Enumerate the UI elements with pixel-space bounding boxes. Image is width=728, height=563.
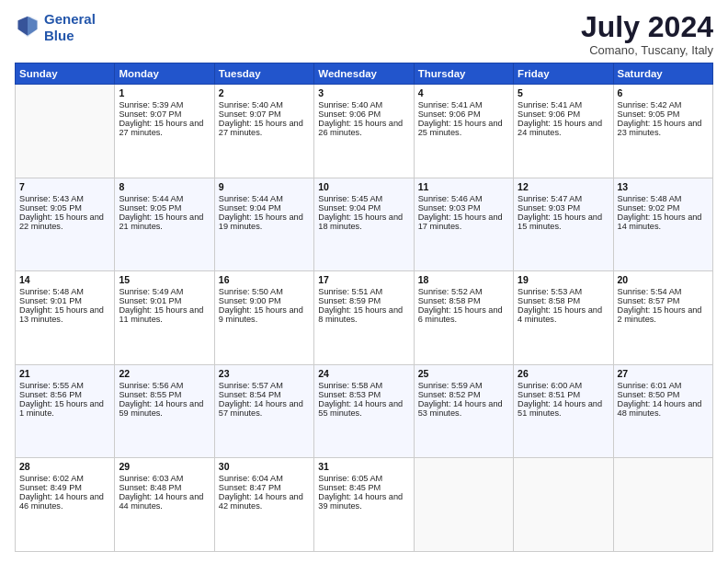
sunset-text: Sunset: 8:53 PM bbox=[318, 390, 381, 399]
sunset-text: Sunset: 9:01 PM bbox=[19, 296, 82, 305]
table-cell: 12 Sunrise: 5:47 AM Sunset: 9:03 PM Dayl… bbox=[514, 178, 613, 271]
day-number: 1 bbox=[119, 87, 210, 98]
sunset-text: Sunset: 9:05 PM bbox=[119, 203, 181, 213]
table-cell: 18 Sunrise: 5:52 AM Sunset: 8:58 PM Dayl… bbox=[414, 271, 513, 365]
table-cell: 20 Sunrise: 5:54 AM Sunset: 8:57 PM Dayl… bbox=[613, 271, 712, 365]
sunrise-text: Sunrise: 5:41 AM bbox=[518, 100, 582, 109]
sunrise-text: Sunrise: 5:57 AM bbox=[219, 381, 283, 390]
sunset-text: Sunset: 8:58 PM bbox=[418, 296, 481, 305]
day-number: 3 bbox=[318, 87, 409, 98]
page: General Blue July 2024 Comano, Tuscany, … bbox=[0, 0, 728, 563]
col-friday: Friday bbox=[514, 63, 613, 85]
main-title: July 2024 bbox=[581, 11, 713, 43]
table-cell: 6 Sunrise: 5:42 AM Sunset: 9:05 PM Dayli… bbox=[613, 85, 712, 178]
sunrise-text: Sunrise: 5:55 AM bbox=[19, 381, 84, 390]
table-cell: 28 Sunrise: 6:02 AM Sunset: 8:49 PM Dayl… bbox=[16, 458, 115, 552]
day-number: 9 bbox=[219, 181, 310, 192]
sunset-text: Sunset: 9:02 PM bbox=[618, 203, 680, 213]
daylight-text: Daylight: 15 hours and 6 minutes. bbox=[418, 305, 503, 324]
table-cell: 21 Sunrise: 5:55 AM Sunset: 8:56 PM Dayl… bbox=[16, 364, 115, 458]
calendar-week-row: 7 Sunrise: 5:43 AM Sunset: 9:05 PM Dayli… bbox=[16, 178, 713, 271]
sunset-text: Sunset: 8:55 PM bbox=[119, 390, 181, 399]
sunset-text: Sunset: 8:47 PM bbox=[219, 483, 281, 492]
day-number: 27 bbox=[618, 368, 709, 379]
table-cell: 4 Sunrise: 5:41 AM Sunset: 9:06 PM Dayli… bbox=[414, 85, 513, 178]
table-cell bbox=[514, 458, 613, 552]
table-cell: 17 Sunrise: 5:51 AM Sunset: 8:59 PM Dayl… bbox=[314, 271, 414, 365]
table-cell: 1 Sunrise: 5:39 AM Sunset: 9:07 PM Dayli… bbox=[115, 85, 214, 178]
daylight-text: Daylight: 14 hours and 51 minutes. bbox=[518, 399, 602, 418]
daylight-text: Daylight: 15 hours and 4 minutes. bbox=[518, 305, 602, 324]
calendar-week-row: 28 Sunrise: 6:02 AM Sunset: 8:49 PM Dayl… bbox=[16, 458, 713, 552]
daylight-text: Daylight: 14 hours and 44 minutes. bbox=[119, 492, 203, 511]
day-number: 26 bbox=[518, 368, 609, 379]
daylight-text: Daylight: 15 hours and 14 minutes. bbox=[618, 213, 702, 231]
calendar-week-row: 21 Sunrise: 5:55 AM Sunset: 8:56 PM Dayl… bbox=[16, 364, 713, 458]
day-number: 10 bbox=[318, 181, 409, 192]
sunset-text: Sunset: 8:56 PM bbox=[19, 390, 82, 399]
table-cell: 31 Sunrise: 6:05 AM Sunset: 8:45 PM Dayl… bbox=[314, 458, 414, 552]
daylight-text: Daylight: 14 hours and 46 minutes. bbox=[19, 492, 104, 511]
sunrise-text: Sunrise: 5:59 AM bbox=[418, 381, 483, 390]
sunset-text: Sunset: 9:04 PM bbox=[219, 203, 281, 213]
logo-icon bbox=[15, 15, 40, 40]
calendar-table: Sunday Monday Tuesday Wednesday Thursday… bbox=[15, 63, 713, 552]
daylight-text: Daylight: 14 hours and 59 minutes. bbox=[119, 399, 203, 418]
sunset-text: Sunset: 9:03 PM bbox=[518, 203, 580, 213]
sunrise-text: Sunrise: 6:01 AM bbox=[618, 381, 682, 390]
col-sunday: Sunday bbox=[16, 63, 115, 85]
table-cell: 24 Sunrise: 5:58 AM Sunset: 8:53 PM Dayl… bbox=[314, 364, 414, 458]
col-tuesday: Tuesday bbox=[214, 63, 313, 85]
sunrise-text: Sunrise: 5:48 AM bbox=[618, 194, 682, 203]
table-cell: 9 Sunrise: 5:44 AM Sunset: 9:04 PM Dayli… bbox=[214, 178, 313, 271]
sunrise-text: Sunrise: 6:00 AM bbox=[518, 381, 582, 390]
sunrise-text: Sunrise: 5:41 AM bbox=[418, 100, 483, 109]
daylight-text: Daylight: 14 hours and 48 minutes. bbox=[618, 399, 702, 418]
sunrise-text: Sunrise: 5:53 AM bbox=[518, 287, 582, 296]
sunset-text: Sunset: 9:07 PM bbox=[219, 109, 281, 119]
sunrise-text: Sunrise: 5:39 AM bbox=[119, 100, 183, 109]
daylight-text: Daylight: 15 hours and 17 minutes. bbox=[418, 213, 503, 231]
header: General Blue July 2024 Comano, Tuscany, … bbox=[15, 11, 713, 57]
sunset-text: Sunset: 9:01 PM bbox=[119, 296, 181, 305]
sunrise-text: Sunrise: 6:05 AM bbox=[318, 474, 382, 483]
day-number: 14 bbox=[19, 274, 110, 285]
daylight-text: Daylight: 14 hours and 42 minutes. bbox=[219, 492, 303, 511]
sunset-text: Sunset: 8:51 PM bbox=[518, 390, 580, 399]
sunset-text: Sunset: 9:06 PM bbox=[318, 109, 381, 119]
daylight-text: Daylight: 15 hours and 1 minute. bbox=[19, 399, 104, 418]
logo-text-general: General bbox=[44, 11, 96, 27]
day-number: 17 bbox=[318, 274, 409, 285]
daylight-text: Daylight: 15 hours and 19 minutes. bbox=[219, 213, 303, 231]
sunrise-text: Sunrise: 6:02 AM bbox=[19, 474, 84, 483]
daylight-text: Daylight: 15 hours and 13 minutes. bbox=[19, 305, 104, 324]
sunrise-text: Sunrise: 5:43 AM bbox=[19, 194, 84, 203]
sunrise-text: Sunrise: 5:56 AM bbox=[119, 381, 183, 390]
table-cell: 15 Sunrise: 5:49 AM Sunset: 9:01 PM Dayl… bbox=[115, 271, 214, 365]
sunrise-text: Sunrise: 5:49 AM bbox=[119, 287, 183, 296]
table-cell: 10 Sunrise: 5:45 AM Sunset: 9:04 PM Dayl… bbox=[314, 178, 414, 271]
logo: General Blue bbox=[15, 11, 96, 44]
day-number: 15 bbox=[119, 274, 210, 285]
sunrise-text: Sunrise: 5:58 AM bbox=[318, 381, 382, 390]
daylight-text: Daylight: 15 hours and 22 minutes. bbox=[19, 213, 104, 231]
sunrise-text: Sunrise: 5:40 AM bbox=[219, 100, 283, 109]
daylight-text: Daylight: 15 hours and 8 minutes. bbox=[318, 305, 403, 324]
daylight-text: Daylight: 15 hours and 27 minutes. bbox=[219, 119, 303, 137]
sunset-text: Sunset: 9:06 PM bbox=[418, 109, 481, 119]
day-number: 22 bbox=[119, 368, 210, 379]
daylight-text: Daylight: 15 hours and 24 minutes. bbox=[518, 119, 602, 137]
day-number: 7 bbox=[19, 181, 110, 192]
sunrise-text: Sunrise: 5:48 AM bbox=[19, 287, 84, 296]
sunrise-text: Sunrise: 5:44 AM bbox=[119, 194, 183, 203]
sunrise-text: Sunrise: 5:42 AM bbox=[618, 100, 682, 109]
table-cell: 30 Sunrise: 6:04 AM Sunset: 8:47 PM Dayl… bbox=[214, 458, 313, 552]
day-number: 11 bbox=[418, 181, 509, 192]
daylight-text: Daylight: 15 hours and 15 minutes. bbox=[518, 213, 602, 231]
table-cell: 13 Sunrise: 5:48 AM Sunset: 9:02 PM Dayl… bbox=[613, 178, 712, 271]
sunrise-text: Sunrise: 5:44 AM bbox=[219, 194, 283, 203]
daylight-text: Daylight: 15 hours and 25 minutes. bbox=[418, 119, 503, 137]
sunset-text: Sunset: 8:59 PM bbox=[318, 296, 381, 305]
calendar-header-row: Sunday Monday Tuesday Wednesday Thursday… bbox=[16, 63, 713, 85]
sunrise-text: Sunrise: 5:46 AM bbox=[418, 194, 483, 203]
